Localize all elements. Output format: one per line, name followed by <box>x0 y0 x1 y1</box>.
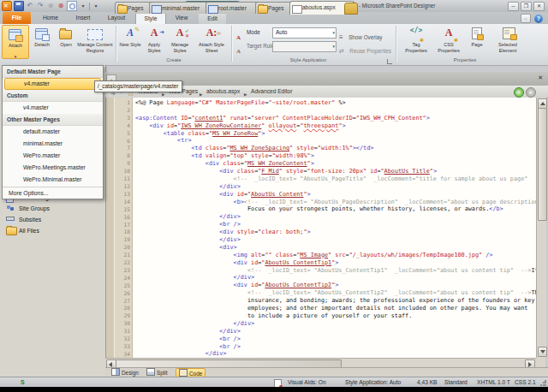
mode-row: A Mode <box>236 27 241 37</box>
stop-loading-icon[interactable] <box>526 87 536 98</box>
target-rule-icon: A <box>236 48 241 55</box>
dialog-launcher-icon[interactable] <box>387 59 392 64</box>
tag-properties-button[interactable]: </>✱ Tag Properties <box>401 25 432 57</box>
manage-content-regions-button[interactable]: Manage Content Regions <box>77 25 113 57</box>
group-separator <box>231 26 232 62</box>
quick-access-toolbar <box>2 1 100 11</box>
group-separator <box>116 26 116 62</box>
chevron-down-icon[interactable] <box>332 42 335 50</box>
collapse-ribbon-icon[interactable] <box>521 14 531 23</box>
dropdown-header-default: Default Master Page <box>3 66 103 78</box>
show-overlay-icon <box>339 27 343 42</box>
scrollbar-corner <box>536 358 545 367</box>
tab-layout[interactable]: Layout <box>101 12 132 24</box>
close-tab-icon[interactable] <box>538 74 543 81</box>
all-files-icon <box>6 227 17 235</box>
master-page-icon <box>208 5 218 14</box>
window-controls <box>508 2 545 11</box>
mode-icon: A <box>236 34 241 41</box>
code-gutter: 1234567891011121314151617181920212223242… <box>115 98 133 358</box>
vertical-scroll-thumb[interactable] <box>538 108 547 221</box>
css-version-status[interactable]: CSS 2.1 <box>515 377 536 387</box>
attach-master-button[interactable]: Attach <box>2 25 29 59</box>
chevron-down-icon[interactable] <box>332 28 335 37</box>
attach-dropdown-caret <box>3 54 28 59</box>
manage-styles-button[interactable]: A✓✕ Manage Styles <box>167 25 193 57</box>
resize-grip[interactable] <box>540 380 546 386</box>
tab-style[interactable]: Style <box>135 12 166 25</box>
ribbon-tab-row: File Home Insert Layout Style View Edit <box>0 12 548 24</box>
page-icon <box>472 27 482 39</box>
tab-file[interactable]: File <box>3 12 31 24</box>
minimize-button[interactable] <box>508 2 519 11</box>
restore-button[interactable] <box>521 2 532 11</box>
customize-qat-icon[interactable] <box>92 2 100 10</box>
breadcrumb-advanced-editor[interactable]: Advanced Editor <box>251 86 292 98</box>
reuse-properties-button[interactable]: Reuse Properties <box>339 41 391 56</box>
refresh-page-icon[interactable] <box>514 87 524 98</box>
detach-icon <box>35 28 48 39</box>
preview-dropdown-icon[interactable] <box>79 2 87 10</box>
site-groups-icon <box>6 205 15 212</box>
scroll-down-icon[interactable] <box>538 347 547 357</box>
ribbon: Attach Detach Open Manage Content Region… <box>0 24 548 66</box>
target-rule-combobox[interactable] <box>272 41 337 52</box>
schema-status[interactable]: Standard <box>444 377 468 387</box>
redo-icon[interactable] <box>36 2 45 10</box>
sidebar-item-all-files[interactable]: All Files <box>0 225 105 236</box>
selected-element-button[interactable]: Selected Element <box>490 25 526 57</box>
dropdown-item-default-master[interactable]: default.master <box>3 126 103 138</box>
properties-group-label: Properties <box>401 57 529 62</box>
reuse-properties-icon <box>339 41 344 56</box>
dropdown-item-wepro-meetings-master[interactable]: WePro.Meetings.master <box>3 162 103 174</box>
doctype-status[interactable]: XHTML 1.0 T <box>477 377 510 387</box>
apply-styles-button[interactable]: A➜ Apply Styles <box>143 25 165 57</box>
dropdown-item-v4-master-default[interactable]: v4.master <box>4 78 101 90</box>
stop-icon[interactable] <box>57 2 65 10</box>
app-icon[interactable] <box>2 1 12 11</box>
style-application-group-label: Style Application <box>248 57 368 62</box>
save-icon[interactable] <box>14 1 24 11</box>
tab-insert[interactable]: Insert <box>68 12 98 24</box>
master-page-icon <box>152 5 162 14</box>
breadcrumb-aboutus[interactable]: aboutus.aspx <box>206 86 240 98</box>
attach-style-sheet-button[interactable]: A:∞ Attach Style Sheet <box>194 25 229 57</box>
undo-icon[interactable] <box>26 2 34 10</box>
visual-aids-status[interactable]: Visual Aids: On <box>288 377 326 387</box>
sidebar-item-site-groups[interactable]: Site Groups <box>0 203 105 214</box>
dropdown-item-wepro-minimal-master[interactable]: WePro.Minimal.master <box>3 174 103 186</box>
sidebar-item-subsites[interactable]: Subsites <box>0 214 105 225</box>
dropdown-item-minimal-master[interactable]: minimal.master <box>3 138 103 150</box>
code-lines[interactable]: <%@ Page Language="C#" MasterPageFile="~… <box>135 98 537 358</box>
open-icon <box>59 30 72 39</box>
dropdown-header-custom: Custom <box>3 90 103 102</box>
dropdown-header-other: Other Master Pages <box>3 114 103 126</box>
folder-icon <box>117 5 128 14</box>
tab-edit[interactable]: Edit <box>199 12 226 24</box>
code-editor[interactable]: 1234567891011121314151617181920212223242… <box>105 98 537 358</box>
refresh-icon[interactable] <box>46 2 55 10</box>
help-icon[interactable] <box>534 15 543 23</box>
attach-icon <box>9 29 21 40</box>
close-button[interactable] <box>533 2 545 11</box>
folder-icon <box>258 5 268 14</box>
tab-home[interactable]: Home <box>36 12 65 24</box>
open-button[interactable]: Open <box>57 25 75 57</box>
preview-in-browser-icon[interactable] <box>67 1 77 11</box>
mode-combobox[interactable]: Auto <box>272 27 337 39</box>
tooltip: /_catalogs/masterpage/v4.master <box>94 80 182 92</box>
subsites-icon <box>6 217 15 221</box>
css-properties-button[interactable]: A✱ CSS Properties <box>433 25 464 57</box>
new-tab-button[interactable] <box>344 3 358 15</box>
page-properties-button[interactable]: Page <box>466 25 488 57</box>
dropdown-item-v4-master-custom[interactable]: v4.master <box>3 102 103 114</box>
dropdown-item-wepro-master[interactable]: WePro.master <box>3 150 103 162</box>
vertical-scrollbar[interactable] <box>536 98 546 358</box>
tab-view[interactable]: View <box>168 12 195 24</box>
dropdown-more-options[interactable]: More Options... <box>3 187 103 199</box>
style-application-status[interactable]: Style Application: Auto <box>345 377 401 387</box>
new-style-button[interactable]: A✎ New Style <box>119 25 141 57</box>
status-bar: Visual Aids: On Style Application: Auto … <box>0 377 548 387</box>
tag-properties-icon: </> <box>410 27 422 34</box>
detach-master-button[interactable]: Detach <box>29 25 55 57</box>
